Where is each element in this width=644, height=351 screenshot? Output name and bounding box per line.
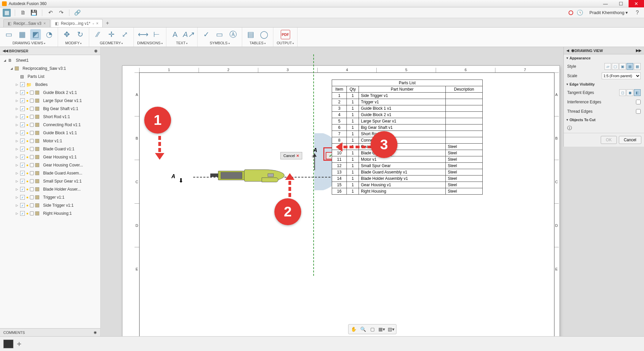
fit-icon[interactable]: ▢: [368, 325, 377, 333]
record-icon[interactable]: [569, 10, 573, 15]
centerline-icon[interactable]: ⁄⁄: [93, 29, 103, 40]
tree-item[interactable]: ▷✓● Blade Guard v1:1: [0, 145, 100, 153]
tree-parts-list[interactable]: ▤ Parts List: [0, 72, 100, 81]
table-row[interactable]: 31Guide Block 1 v1: [332, 105, 483, 112]
tangent-off-icon[interactable]: ◻: [619, 89, 626, 96]
close-icon[interactable]: ×: [96, 21, 98, 26]
redo-icon[interactable]: ↷: [57, 9, 65, 17]
parts-list-table[interactable]: Parts List Item Qty Part Number Descript…: [332, 80, 483, 195]
style-shaded-hidden-icon[interactable]: ▦: [627, 63, 633, 70]
sheet-thumbnail[interactable]: [3, 340, 13, 348]
table-row[interactable]: 11Side Trigger v1: [332, 93, 483, 99]
edge-extension-icon[interactable]: ⤢: [119, 29, 130, 40]
style-wireframe-icon[interactable]: ▱: [604, 63, 611, 70]
table-row[interactable]: 71Short Rod v1: [332, 131, 483, 137]
tree-item[interactable]: ▷✓● Gear Housing Cover...: [0, 161, 100, 169]
thread-checkbox[interactable]: [636, 109, 641, 114]
table-row[interactable]: 51Large Spur Gear v1: [332, 118, 483, 124]
panel-header[interactable]: ◀ ◉ DRAWING VIEW ▶▶: [564, 47, 644, 54]
layout-grid-icon[interactable]: ▧▾: [387, 325, 395, 333]
table-row[interactable]: 131Blade Guard Assembly v1Steel: [332, 169, 483, 176]
table-row[interactable]: 141Blade Holder Assembly v1Steel: [332, 176, 483, 182]
apps-grid-icon[interactable]: ▦: [3, 9, 11, 17]
maximize-button[interactable]: ☐: [613, 0, 629, 7]
table-row[interactable]: 121Small Spur GearSteel: [332, 163, 483, 169]
tree-item[interactable]: ▷✓● Trigger v1:1: [0, 193, 100, 201]
tree-item[interactable]: ▷✓● Side Trigger v1:1: [0, 201, 100, 209]
tangent-full-icon[interactable]: ◧: [634, 89, 641, 96]
tree-item[interactable]: ▷✓● Big Gear Shaft v1:1: [0, 105, 100, 113]
user-menu[interactable]: Pradit Khemthong ▾: [587, 10, 631, 15]
browser-header[interactable]: ◀◀ BROWSER ◉: [0, 47, 100, 55]
balloon-icon[interactable]: ◯: [259, 29, 270, 40]
table-row[interactable]: 111Motor v1Steel: [332, 156, 483, 163]
link-icon[interactable]: 🔗: [73, 9, 82, 17]
tree-item[interactable]: ▷✓● Connecting Rod v1:1: [0, 121, 100, 129]
tree-assembly[interactable]: ◢ Reciprocating_Saw v3:1: [0, 64, 100, 72]
tree-item[interactable]: ▷✓● Large Spur Gear v1:1: [0, 97, 100, 105]
drawing-sheet[interactable]: 1234567 ABCDE ABCDE ✳ A ⬇ A: [122, 65, 560, 351]
tree-item[interactable]: ▷✓● Guide Block 2 v1:1: [0, 89, 100, 97]
style-shaded-visible-icon[interactable]: ▩: [634, 63, 641, 70]
table-row[interactable]: 41Guide Block 2 v1: [332, 112, 483, 118]
center-mark-icon[interactable]: ✛: [106, 29, 117, 40]
pan-icon[interactable]: ✋: [349, 325, 358, 333]
tree-item[interactable]: ▷✓● Small Spur Gear v1:1: [0, 177, 100, 185]
ok-button[interactable]: OK: [601, 136, 616, 144]
feature-control-icon[interactable]: ▭: [214, 29, 225, 40]
tree-sheet1[interactable]: ◢🗎 Sheet1: [0, 56, 100, 64]
base-view-icon[interactable]: ▭: [3, 29, 14, 40]
tree-item[interactable]: ▷✓● Blade Guard Assem...: [0, 169, 100, 177]
table-row[interactable]: 151Gear Housing v1Steel: [332, 182, 483, 188]
tree-item[interactable]: ▷✓● Right Housing:1: [0, 209, 100, 217]
rotate-icon[interactable]: ↻: [75, 29, 86, 40]
add-tab-button[interactable]: +: [103, 19, 111, 27]
surface-texture-icon[interactable]: ✓: [201, 29, 212, 40]
drawing-view-saw[interactable]: [212, 167, 282, 184]
cancel-button[interactable]: Cancel: [619, 136, 641, 144]
section-objects-to-cut[interactable]: Objects To Cut: [564, 116, 644, 123]
cancel-button[interactable]: Cancel✕: [280, 152, 302, 159]
close-button[interactable]: ✕: [629, 0, 644, 7]
detail-view-icon[interactable]: ◔: [44, 29, 54, 40]
section-edge-visibility[interactable]: Edge Visibility: [564, 81, 644, 88]
minimize-button[interactable]: —: [598, 0, 613, 7]
info-icon[interactable]: ⓘ: [567, 125, 572, 131]
datum-icon[interactable]: Ⓐ: [228, 29, 238, 40]
tree-item[interactable]: ▷✓● Motor v1:1: [0, 137, 100, 145]
interference-checkbox[interactable]: [636, 100, 641, 104]
ordinate-icon[interactable]: ⊢: [151, 29, 162, 40]
table-icon[interactable]: ▤: [246, 29, 256, 40]
tree-item[interactable]: ▷✓● Blade Holder Asser...: [0, 185, 100, 193]
comments-panel[interactable]: COMMENTS◉: [0, 328, 100, 336]
style-shaded-icon[interactable]: ▣: [619, 63, 626, 70]
output-pdf-icon[interactable]: PDF: [281, 30, 290, 39]
tab-reciprocating-v1[interactable]: ◧ Recipro...ing v1* ◦ ×: [51, 19, 103, 27]
table-row[interactable]: 21Trigger v1: [332, 99, 483, 105]
tangent-short-icon[interactable]: ◼: [627, 89, 633, 96]
help-icon[interactable]: ?: [633, 9, 641, 17]
new-file-icon[interactable]: 🗎: [19, 9, 27, 17]
expand-icon[interactable]: ▶▶: [636, 48, 641, 53]
projected-view-icon[interactable]: ▦: [17, 29, 28, 40]
add-sheet-button[interactable]: +: [17, 339, 21, 349]
text-icon[interactable]: A: [170, 29, 180, 40]
tree-bodies-folder[interactable]: ▷✓📁 Bodies: [0, 81, 100, 89]
clock-icon[interactable]: 🕓: [576, 9, 584, 17]
scale-select[interactable]: 1:5 (From parent): [602, 72, 641, 79]
style-hidden-icon[interactable]: ▢: [612, 63, 619, 70]
table-row[interactable]: 161Right HousingSteel: [332, 188, 483, 195]
tree-item[interactable]: ▷✓● Short Rod v1:1: [0, 113, 100, 121]
dimension-icon[interactable]: ⟷: [138, 29, 149, 40]
save-icon[interactable]: 💾: [30, 9, 38, 17]
close-icon[interactable]: ×: [43, 21, 46, 26]
display-style-icon[interactable]: ▦▾: [377, 325, 386, 333]
tree-item[interactable]: ▷✓● Guide Block 1 v1:1: [0, 129, 100, 137]
tree-item[interactable]: ▷✓● Gear Housing v1:1: [0, 153, 100, 161]
leader-text-icon[interactable]: A↗: [183, 29, 194, 40]
section-appearance[interactable]: Appearance: [564, 54, 644, 62]
section-view-icon[interactable]: ◩: [30, 29, 41, 40]
move-icon[interactable]: ✥: [61, 29, 72, 40]
pin-icon[interactable]: ◉: [94, 49, 98, 53]
zoom-icon[interactable]: 🔍: [359, 325, 367, 333]
